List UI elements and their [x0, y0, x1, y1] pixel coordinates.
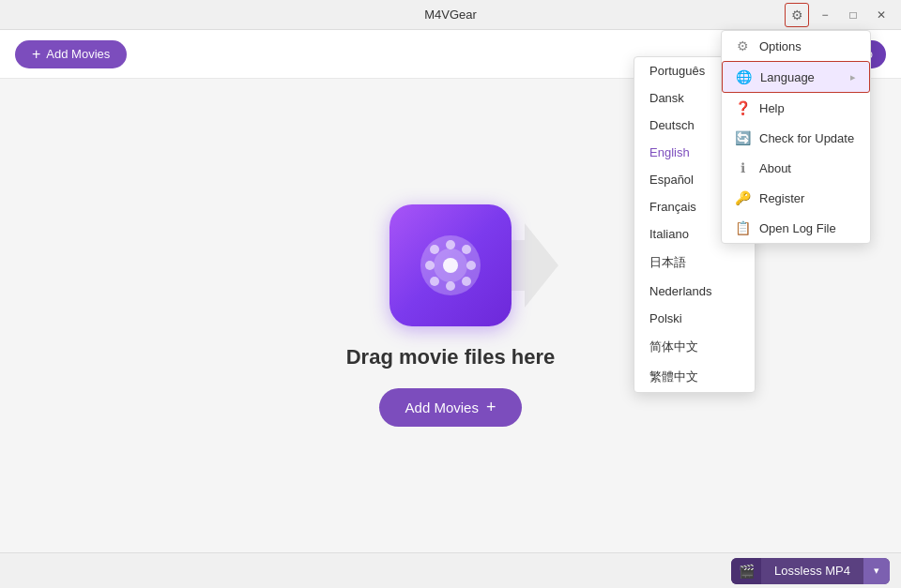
svg-point-7	[430, 245, 439, 254]
settings-item-check-update[interactable]: 🔄Check for Update	[722, 123, 870, 153]
close-button[interactable]: ✕	[869, 3, 893, 27]
add-movies-button[interactable]: + Add Movies	[15, 40, 127, 68]
bottom-bar: 🎬 Lossless MP4 ▾	[0, 552, 901, 588]
svg-point-3	[446, 240, 455, 249]
maximize-button[interactable]: □	[841, 3, 865, 27]
language-icon: 🌐	[736, 69, 751, 84]
svg-point-5	[425, 261, 435, 270]
minimize-button[interactable]: −	[813, 3, 837, 27]
format-dropdown-arrow[interactable]: ▾	[863, 558, 890, 584]
settings-item-help[interactable]: ❓Help	[722, 93, 870, 123]
settings-gear-button[interactable]: ⚙	[785, 3, 809, 27]
settings-item-open-log[interactable]: 📋Open Log File	[722, 213, 870, 243]
add-movies-label: Add Movies	[46, 47, 110, 61]
app-title: M4VGear	[424, 8, 477, 22]
open-log-label: Open Log File	[759, 221, 836, 235]
plus-icon: +	[32, 47, 40, 62]
add-movies-center-label: Add Movies	[405, 400, 479, 415]
lang-item-zh-hans[interactable]: 简体中文	[634, 332, 755, 362]
check-update-icon: 🔄	[735, 130, 750, 145]
help-label: Help	[759, 101, 785, 115]
format-film-icon: 🎬	[731, 558, 761, 584]
open-log-icon: 📋	[735, 220, 750, 235]
language-label: Language	[760, 70, 815, 84]
film-reel-icon	[413, 228, 488, 303]
svg-point-10	[430, 277, 439, 286]
drop-area: Drag movie files here Add Movies +	[346, 204, 556, 427]
register-label: Register	[759, 191, 804, 205]
title-bar: M4VGear ⚙ − □ ✕	[0, 0, 901, 30]
film-reel-box	[389, 204, 512, 326]
window-controls: ⚙ − □ ✕	[785, 3, 893, 27]
settings-item-about[interactable]: ℹAbout	[722, 153, 870, 183]
check-update-label: Check for Update	[759, 131, 854, 145]
language-arrow: ▸	[850, 71, 856, 83]
svg-point-4	[446, 281, 455, 291]
format-label: Lossless MP4	[761, 564, 863, 578]
center-plus-icon: +	[486, 398, 496, 417]
svg-point-2	[443, 258, 458, 273]
settings-item-options[interactable]: ⚙Options	[722, 31, 870, 61]
lang-item-ja[interactable]: 日本語	[634, 248, 755, 278]
settings-dropdown: ⚙Options🌐Language▸❓Help🔄Check for Update…	[721, 30, 871, 244]
about-icon: ℹ	[735, 160, 750, 175]
svg-point-9	[462, 245, 471, 254]
svg-point-8	[462, 277, 471, 286]
svg-point-6	[466, 261, 476, 270]
lang-item-nl[interactable]: Nederlands	[634, 278, 755, 305]
drag-text: Drag movie files here	[346, 345, 556, 369]
format-selector[interactable]: 🎬 Lossless MP4 ▾	[731, 558, 890, 584]
lang-item-zh-hant[interactable]: 繁體中文	[634, 362, 755, 392]
add-movies-center-button[interactable]: Add Movies +	[379, 388, 523, 427]
options-icon: ⚙	[735, 38, 750, 53]
film-icon-wrap	[389, 204, 512, 326]
lang-item-pl[interactable]: Polski	[634, 305, 755, 332]
about-label: About	[759, 161, 791, 175]
register-icon: 🔑	[735, 190, 750, 205]
settings-item-register[interactable]: 🔑Register	[722, 183, 870, 213]
options-label: Options	[759, 39, 802, 53]
settings-item-language[interactable]: 🌐Language▸	[722, 61, 870, 93]
help-icon: ❓	[735, 100, 750, 115]
